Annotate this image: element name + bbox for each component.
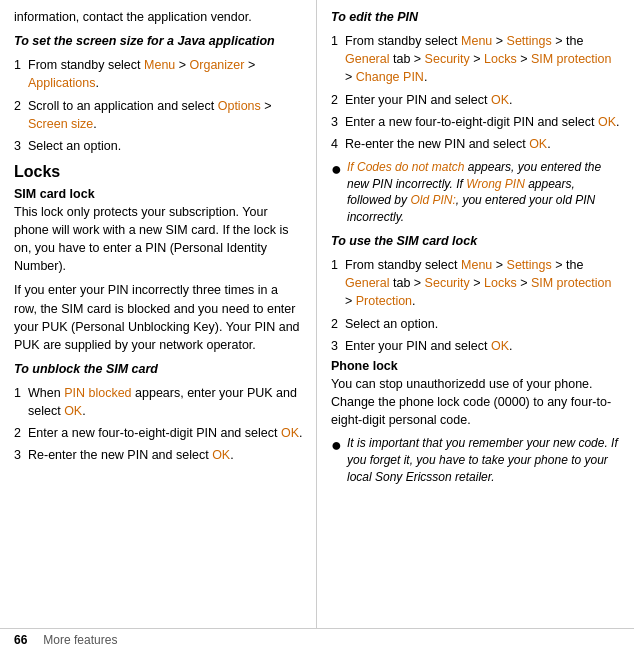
list-item: 2 Scroll to an application and select Op…	[14, 97, 304, 133]
list-item: 4 Re-enter the new PIN and select OK.	[331, 135, 622, 153]
step-number: 2	[14, 424, 28, 442]
organizer-link: Organizer	[190, 58, 245, 72]
use-sim-heading: To use the SIM card lock	[331, 232, 622, 250]
list-item: 3 Re-enter the new PIN and select OK.	[14, 446, 304, 464]
codes-no-match-link: If Codes do not match	[347, 160, 464, 174]
list-item: 2 Enter your PIN and select OK.	[331, 91, 622, 109]
step-content: Enter a new four-to-eight-digit PIN and …	[345, 113, 622, 131]
unblock-steps-list: 1 When PIN blocked appears, enter your P…	[14, 384, 304, 465]
wrong-pin-link: Wrong PIN	[466, 177, 525, 191]
menu-link: Menu	[144, 58, 175, 72]
old-pin-link: Old PIN:	[410, 193, 455, 207]
step-number: 2	[331, 315, 345, 333]
java-heading: To set the screen size for a Java applic…	[14, 32, 304, 50]
note-bullet-icon: ●	[331, 159, 345, 181]
locks-link: Locks	[484, 52, 517, 66]
step-content: When PIN blocked appears, enter your PUK…	[28, 384, 304, 420]
footer-bar: 66 More features	[0, 628, 634, 650]
ok-link: OK	[212, 448, 230, 462]
note-bullet-icon: ●	[331, 435, 345, 457]
step-number: 2	[14, 97, 28, 133]
list-item: 3 Enter your PIN and select OK.	[331, 337, 622, 355]
sim-card-lock-text2: If you enter your PIN incorrectly three …	[14, 281, 304, 354]
ok-link: OK	[281, 426, 299, 440]
settings-link: Settings	[507, 34, 552, 48]
sim-protection-link: SIM protection	[531, 276, 612, 290]
step-content: Select an option.	[345, 315, 622, 333]
left-column: information, contact the application ven…	[0, 0, 317, 650]
use-sim-steps-list: 1 From standby select Menu > Settings > …	[331, 256, 622, 355]
page-container: information, contact the application ven…	[0, 0, 634, 650]
step-content: Enter a new four-to-eight-digit PIN and …	[28, 424, 304, 442]
ok-link: OK	[598, 115, 616, 129]
options-link: Options	[218, 99, 261, 113]
step-number: 1	[331, 32, 345, 86]
unblock-heading: To unblock the SIM card	[14, 360, 304, 378]
menu-link: Menu	[461, 34, 492, 48]
list-item: 3 Select an option.	[14, 137, 304, 155]
list-item: 2 Enter a new four-to-eight-digit PIN an…	[14, 424, 304, 442]
screen-size-link: Screen size	[28, 117, 93, 131]
step-content: From standby select Menu > Settings > th…	[345, 256, 622, 310]
step-number: 2	[331, 91, 345, 109]
general-link: General	[345, 52, 389, 66]
edit-pin-heading: To edit the PIN	[331, 8, 622, 26]
locks-link: Locks	[484, 276, 517, 290]
phone-lock-text: You can stop unauthorizedd use of your p…	[331, 375, 622, 429]
list-item: 1 When PIN blocked appears, enter your P…	[14, 384, 304, 420]
sim-protection-link: SIM protection	[531, 52, 612, 66]
phone-lock-subheading: Phone lock	[331, 359, 622, 373]
settings-link: Settings	[507, 258, 552, 272]
step-content: Select an option.	[28, 137, 304, 155]
footer-label: More features	[43, 633, 117, 647]
security-link: Security	[425, 276, 470, 290]
change-pin-link: Change PIN	[356, 70, 424, 84]
step-number: 3	[14, 446, 28, 464]
step-number: 1	[14, 384, 28, 420]
note-block-1: ● If Codes do not match appears, you ent…	[331, 159, 622, 226]
menu-link: Menu	[461, 258, 492, 272]
step-number: 4	[331, 135, 345, 153]
sim-card-lock-text: This lock only protects your subscriptio…	[14, 203, 304, 276]
protection-link: Protection	[356, 294, 412, 308]
step-number: 1	[14, 56, 28, 92]
note-text-2: It is important that you remember your n…	[347, 435, 622, 485]
ok-link: OK	[491, 93, 509, 107]
locks-heading: Locks	[14, 163, 304, 181]
ok-link: OK	[491, 339, 509, 353]
intro-text: information, contact the application ven…	[14, 8, 304, 26]
list-item: 3 Enter a new four-to-eight-digit PIN an…	[331, 113, 622, 131]
list-item: 1 From standby select Menu > Settings > …	[331, 32, 622, 86]
step-content: From standby select Menu > Organizer > A…	[28, 56, 304, 92]
step-content: Re-enter the new PIN and select OK.	[28, 446, 304, 464]
edit-pin-steps-list: 1 From standby select Menu > Settings > …	[331, 32, 622, 153]
java-steps-list: 1 From standby select Menu > Organizer >…	[14, 56, 304, 155]
note-text-1: If Codes do not match appears, you enter…	[347, 159, 622, 226]
general-link: General	[345, 276, 389, 290]
step-content: Enter your PIN and select OK.	[345, 337, 622, 355]
step-number: 3	[331, 337, 345, 355]
list-item: 1 From standby select Menu > Settings > …	[331, 256, 622, 310]
step-number: 3	[14, 137, 28, 155]
ok-link: OK	[529, 137, 547, 151]
note-block-2: ● It is important that you remember your…	[331, 435, 622, 485]
pin-blocked-link: PIN blocked	[64, 386, 131, 400]
step-content: From standby select Menu > Settings > th…	[345, 32, 622, 86]
security-link: Security	[425, 52, 470, 66]
list-item: 2 Select an option.	[331, 315, 622, 333]
step-number: 1	[331, 256, 345, 310]
step-content: Re-enter the new PIN and select OK.	[345, 135, 622, 153]
ok-link: OK	[64, 404, 82, 418]
applications-link: Applications	[28, 76, 95, 90]
sim-card-lock-subheading: SIM card lock	[14, 187, 304, 201]
right-column: To edit the PIN 1 From standby select Me…	[317, 0, 634, 650]
list-item: 1 From standby select Menu > Organizer >…	[14, 56, 304, 92]
step-number: 3	[331, 113, 345, 131]
footer-page-number: 66	[14, 633, 27, 647]
step-content: Scroll to an application and select Opti…	[28, 97, 304, 133]
step-content: Enter your PIN and select OK.	[345, 91, 622, 109]
